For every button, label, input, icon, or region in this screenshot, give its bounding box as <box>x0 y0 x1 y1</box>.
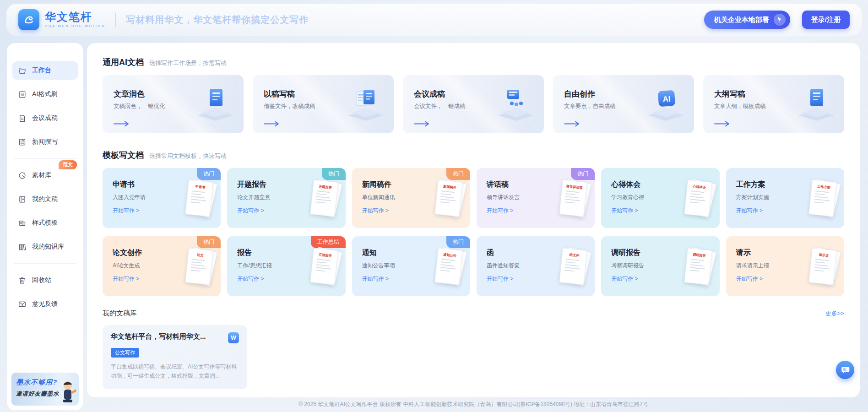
sidebar-item-label: 新闻撰写 <box>32 138 58 146</box>
sidebar-item-label: 回收站 <box>32 276 51 284</box>
sidebar-item-回收站[interactable]: 回收站 <box>12 271 78 289</box>
ai-doc-card-以稿写稿[interactable]: 以稿写稿借鉴文件，改稿成稿 <box>253 75 394 133</box>
template-card-grid: 热门申请书入团入党申请开始写作 >申请书热门开题报告论文开题立意开始写作 >开题… <box>103 168 844 296</box>
template-card-请示[interactable]: 请示请求请示上报开始写作 >请示文 <box>726 236 844 296</box>
doc-3d-illustration <box>195 84 237 125</box>
library-card-tag: 公文写作 <box>111 348 139 358</box>
start-writing-link[interactable]: 开始写作 > <box>113 207 139 215</box>
document-line <box>565 193 575 195</box>
ai-doc-card-大纲写稿[interactable]: 大纲写稿文章大纲，模板成稿 <box>703 75 844 133</box>
document-line <box>315 199 331 201</box>
document-line <box>316 259 330 261</box>
my-library-title: 我的文稿库 <box>103 309 137 318</box>
logo[interactable]: 华文笔杆 HUA WEN DOC WRITER <box>18 9 105 30</box>
outline-3d-illustration <box>796 84 838 125</box>
document-line <box>441 259 455 261</box>
template-docs-subtitle: 选择常用文档模板，快速写稿 <box>149 152 227 160</box>
start-writing-link[interactable]: 开始写作 > <box>113 275 139 283</box>
document-line <box>565 267 580 270</box>
document-thumbnail-title: 请示文 <box>813 252 835 259</box>
document-line <box>689 201 700 203</box>
sidebar-item-会议成稿[interactable]: 会议成稿 <box>12 109 78 127</box>
document-line <box>814 199 830 201</box>
sidebar: 工作台AIAI格式刷会议成稿N新闻撰写素材库范文我的文稿样式模板我的知识库回收站… <box>7 43 83 410</box>
template-card-通知[interactable]: 热门通知通知公告事项开始写作 >通知公告 <box>352 236 470 296</box>
sidebar-item-我的文稿[interactable]: 我的文稿 <box>12 190 78 208</box>
chat-support-button[interactable] <box>836 361 854 379</box>
footer-copyright: © 2025 华文笔杆AI公文写作平台 版权所有 中科人工智能创新技术研究院（青… <box>87 401 860 408</box>
sidebar-item-label: 样式模板 <box>32 219 58 227</box>
template-card-讲话稿[interactable]: 热门讲话稿领导讲话发言开始写作 >领导讲话稿 <box>477 168 595 228</box>
document-line <box>316 193 326 195</box>
main-panel: 通用AI文档 选择写作工作场景，按需写稿 文章润色文稿润色，一键优化以稿写稿借鉴… <box>87 43 860 397</box>
ai-doc-card-文章润色[interactable]: 文章润色文稿润色，一键优化 <box>103 75 244 133</box>
card-badge: 热门 <box>571 168 595 180</box>
template-card-报告[interactable]: 工作总结报告工作/思想汇报开始写作 >汇报报告 <box>227 236 345 296</box>
document-line <box>191 199 206 201</box>
login-register-button[interactable]: 登录/注册 <box>802 11 850 29</box>
library-document-card[interactable]: 华文笔杆平台，写材料用华文... W 公文写作 平台集成以稿写稿、会议纪要、AI… <box>103 325 247 389</box>
knowledge-icon <box>18 243 27 251</box>
fanwen-badge: 范文 <box>59 160 77 169</box>
document-thumbnail-title: 心得体会 <box>688 184 710 190</box>
document-page-front: 函文件 <box>559 248 588 285</box>
document-thumbnail-title: 论文 <box>190 252 212 259</box>
material-icon <box>18 171 27 180</box>
start-writing-link[interactable]: 开始写作 > <box>487 275 513 283</box>
sidebar-item-工作台[interactable]: 工作台 <box>12 61 78 80</box>
start-writing-link[interactable]: 开始写作 > <box>611 207 638 215</box>
document-page-front: 开题报告 <box>310 179 338 217</box>
template-card-论文创作[interactable]: 热门论文创作AI论文生成开始写作 >论文 <box>103 236 221 296</box>
document-thumbnail: 通知公告 <box>436 249 461 284</box>
template-card-开题报告[interactable]: 热门开题报告论文开题立意开始写作 >开题报告 <box>227 168 345 228</box>
deploy-button[interactable]: 机关企业本地部署 <box>704 11 790 29</box>
document-line <box>316 261 326 263</box>
template-card-函[interactable]: 函函件通知答复开始写作 >函文件 <box>477 236 595 296</box>
start-writing-link[interactable]: 开始写作 > <box>362 207 389 215</box>
library-card-description: 平台集成以稿写稿、会议纪要、AI公文写作等写材料功能，可一键生成公文，格式排版，… <box>111 362 239 381</box>
document-thumbnail: 申请书 <box>187 181 212 216</box>
start-writing-link[interactable]: 开始写作 > <box>736 207 763 215</box>
card-badge: 热门 <box>446 236 470 248</box>
document-page-front: 心得体会 <box>684 179 712 217</box>
document-thumbnail: 请示文 <box>810 249 835 284</box>
template-card-调研报告[interactable]: 调研报告考察调研报告开始写作 >调研报告 <box>601 236 719 296</box>
ai-card-description: 会议文件，一键成稿 <box>414 103 466 110</box>
document-line <box>440 264 454 266</box>
sidebar-item-AI格式刷[interactable]: AIAI格式刷 <box>12 85 78 103</box>
document-line <box>191 193 201 195</box>
document-thumbnail-title: 领导讲话稿 <box>564 184 586 190</box>
sidebar-item-素材库[interactable]: 素材库范文 <box>12 166 78 184</box>
document-page-front: 论文 <box>185 248 214 285</box>
sidebar-item-新闻撰写[interactable]: N新闻撰写 <box>12 133 78 151</box>
document-thumbnail-title: 工作方案 <box>813 184 835 190</box>
document-line <box>690 193 700 195</box>
sidebar-item-样式模板[interactable]: 样式模板 <box>12 214 78 232</box>
sidebar-item-我的知识库[interactable]: 我的知识库 <box>12 238 78 256</box>
promo-line1: 墨水不够用? <box>16 378 57 387</box>
template-card-工作方案[interactable]: 工作方案方案计划实施开始写作 >工作方案 <box>726 168 844 228</box>
arrow-right-icon <box>564 121 580 127</box>
card-badge: 热门 <box>197 236 221 248</box>
ai-doc-card-自由创作[interactable]: 自由创作文章要点，自由成稿AI <box>553 75 694 133</box>
ai-doc-card-会议成稿[interactable]: 会议成稿会议文件，一键成稿 <box>403 75 544 133</box>
feedback-icon <box>18 300 27 309</box>
invite-friends-banner[interactable]: 墨水不够用?邀请好友赚墨水 <box>11 373 79 406</box>
template-card-新闻稿件[interactable]: 热门新闻稿件单位新闻通讯开始写作 >新闻稿件 <box>352 168 470 228</box>
my-library-more-link[interactable]: 更多>> <box>825 309 844 318</box>
start-writing-link[interactable]: 开始写作 > <box>237 207 264 215</box>
start-writing-link[interactable]: 开始写作 > <box>487 207 513 215</box>
start-writing-link[interactable]: 开始写作 > <box>736 275 763 283</box>
template-card-心得体会[interactable]: 心得体会学习教育心得开始写作 >心得体会 <box>601 168 719 228</box>
start-writing-link[interactable]: 开始写作 > <box>362 275 389 283</box>
start-writing-link[interactable]: 开始写作 > <box>611 275 638 283</box>
sidebar-item-意见反馈[interactable]: 意见反馈 <box>12 295 78 313</box>
document-thumbnail-title: 调研报告 <box>688 252 710 259</box>
document-line <box>441 190 455 193</box>
ai-doc-icon: AI <box>18 90 27 99</box>
sidebar-divider <box>14 158 76 159</box>
document-line <box>814 264 828 266</box>
template-card-申请书[interactable]: 热门申请书入团入党申请开始写作 >申请书 <box>103 168 221 228</box>
document-line <box>566 259 580 261</box>
start-writing-link[interactable]: 开始写作 > <box>237 275 264 283</box>
